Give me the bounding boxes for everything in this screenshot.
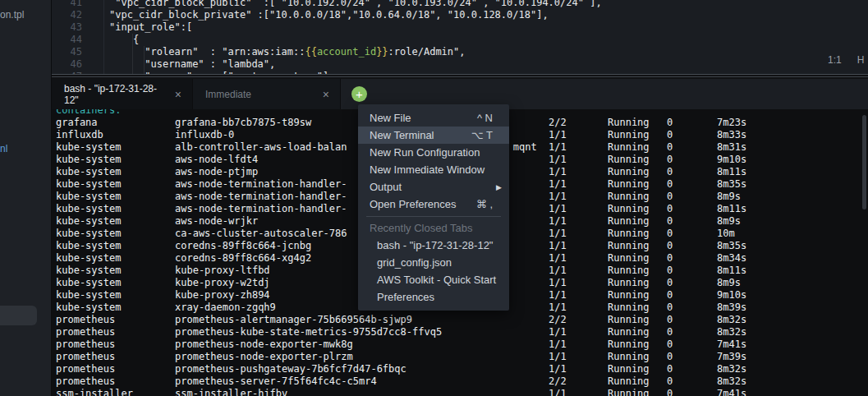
terminal-row: kube-systemaws-node-termination-handler-… [56,191,121,203]
cell-age: 8m33s [717,129,746,141]
cell-namespace: prometheus [56,326,115,338]
close-icon[interactable]: × [323,88,329,101]
menu-item-new-immediate-window[interactable]: New Immediate Window [358,161,509,178]
cell-age: 8m32s [717,314,746,326]
cell-restarts: 0 [667,375,673,388]
plus-icon: + [356,87,363,101]
cell-restarts: 0 [667,302,673,314]
terminal-row: prometheusprometheus-alertmanager-75b669… [56,314,121,326]
cell-ready: 1/1 [549,203,567,215]
cell-ready: 1/1 [549,240,567,252]
code-line: 42"vpc_cidr_block_private" :["10.0.0.0/1… [52,9,602,21]
menu-section-header: Recently Closed Tabs [358,219,509,237]
cell-status: Running [608,314,650,326]
cell-pod-name: prometheus-server-7f5f64fc4c-c5mr4 [175,375,377,388]
cursor-position[interactable]: 1:1 [828,54,842,66]
cell-namespace: prometheus [56,351,115,363]
cell-status: Running [608,228,650,240]
cell-namespace: kube-system [56,178,121,191]
menu-item-new-file[interactable]: New File^ N [358,109,509,127]
cell-age: 8m34s [717,252,746,265]
terminal-scrollbar[interactable] [862,115,866,210]
code-segment: account_id [317,46,376,58]
cell-age: 8m9s [717,277,741,289]
menu-item-label: New Immediate Window [370,163,485,176]
cell-ready: 1/1 [549,252,567,265]
cell-restarts: 0 [667,338,673,351]
cell-ready: 1/1 [549,326,567,338]
tab-immediate[interactable]: Immediate× [193,79,341,109]
tab-bash-ip-172-31-28-12[interactable]: bash - "ip-172-31-28-12"× [52,79,193,109]
cell-pod-name: aws-node-wrjkr [175,215,258,228]
line-number: 45 [52,46,82,58]
menu-item-bash-ip-172-31-28-12[interactable]: bash - "ip-172-31-28-12" [358,237,509,254]
project-sidebar: on.tpl nl [0,0,52,396]
tree-item-file-partial[interactable]: nl [0,143,13,154]
menu-item-grid-config-json[interactable]: grid_config.json [358,254,509,271]
cell-age: 8m9s [717,191,741,203]
tree-item-highlight[interactable] [0,306,37,325]
terminal-row: kube-systemcoredns-89ff8c664-xg4g21/1Run… [56,252,121,265]
cloud9-ide-window: on.tpl nl 41 "vpc_cidr_block_public" :[ … [0,0,868,396]
menu-item-label: Preferences [377,291,434,303]
code-segment: }} [376,46,388,58]
code-line: 44 { [52,34,602,46]
menu-item-shortcut: ^ N [477,109,493,127]
cell-restarts: 0 [667,289,673,302]
terminal-row: kube-systemca-aws-cluster-autoscaler-786… [56,228,121,240]
cell-ready: 1/1 [549,154,567,166]
menu-item-preferences[interactable]: Preferences [358,288,509,306]
tree-item-file[interactable]: on.tpl [0,9,28,21]
line-number: 41 [52,0,82,9]
cell-ready: 2/2 [549,375,567,388]
code-segment: :role/Admin", [388,46,466,58]
cell-namespace: kube-system [56,240,121,252]
cell-status: Running [608,240,650,252]
terminal-row: grafanagrafana-bb7cb7875-t89sw2/2Running… [56,117,121,129]
cell-ready: 1/1 [549,141,567,154]
menu-item-aws-toolkit-quick-start[interactable]: AWS Toolkit - Quick Start [358,271,509,288]
close-icon[interactable]: × [175,88,181,101]
cell-namespace: kube-system [56,265,121,277]
cell-namespace: kube-system [56,191,121,203]
cell-pod-name: coredns-89ff8c664-jcnbg [175,240,311,252]
cell-status: Running [608,191,650,203]
new-tab-button[interactable]: + [351,86,367,102]
cell-restarts: 0 [667,363,673,375]
cell-status: Running [608,166,650,178]
code-line: 41 "vpc_cidr_block_public" :[ "10.0.192.… [52,0,602,9]
menu-item-output[interactable]: Output▶ [358,178,509,196]
cell-status: Running [608,363,650,375]
menu-item-shortcut: ⌥ T [471,127,493,144]
cell-age: 8m39s [717,302,746,314]
code-segment: "vpc_cidr_block_public" :[ "10.0.192.0/2… [109,0,602,8]
terminal-row: prometheusprometheus-node-exporter-plrzm… [56,351,121,363]
cell-ready: 2/2 [549,314,567,326]
terminal-row: kube-systemaws-node-termination-handler-… [56,178,121,191]
tabs-container: bash - "ip-172-31-28-12"×Immediate× [52,79,341,109]
terminal-row: kube-systemxray-daemon-zgqh91/1Running08… [56,302,121,314]
cell-ready: 1/1 [549,166,567,178]
code-editor[interactable]: 41 "vpc_cidr_block_public" :[ "10.0.192.… [52,0,868,74]
line-number: 44 [52,34,82,46]
menu-item-shortcut: ⌘ , [476,196,493,213]
code-line: 43"input_role":[ [52,21,602,34]
new-tab-context-menu: New File^ NNew Terminal⌥ TNew Run Config… [358,104,509,311]
line-number: 43 [52,21,82,34]
menu-item-open-preferences[interactable]: Open Preferences⌘ , [358,196,509,213]
cell-pod-name: kube-proxy-zh894 [175,289,270,302]
cell-ready: 1/1 [549,277,567,289]
terminal-row: kube-systemaws-node-termination-handler-… [56,203,121,215]
menu-item-label: bash - "ip-172-31-28-12" [377,239,493,251]
terminal-row: kube-systemaws-node-lfdt41/1Running09m10… [56,154,121,166]
code-segment: "input_role":[ [109,21,192,33]
menu-item-new-terminal[interactable]: New Terminal⌥ T [358,127,509,144]
cell-age: 7m41s [717,338,746,351]
cell-namespace: ssm-installer [56,388,133,396]
cell-pod-name: aws-node-lfdt4 [175,154,258,166]
cell-pod-name: influxdb-0 [175,129,234,141]
syntax-mode[interactable]: H [857,54,865,66]
menu-item-new-run-configuration[interactable]: New Run Configuration [358,144,509,161]
terminal-row: kube-systemkube-proxy-ltfbd1/1Running08m… [56,265,121,277]
cell-status: Running [608,375,650,388]
